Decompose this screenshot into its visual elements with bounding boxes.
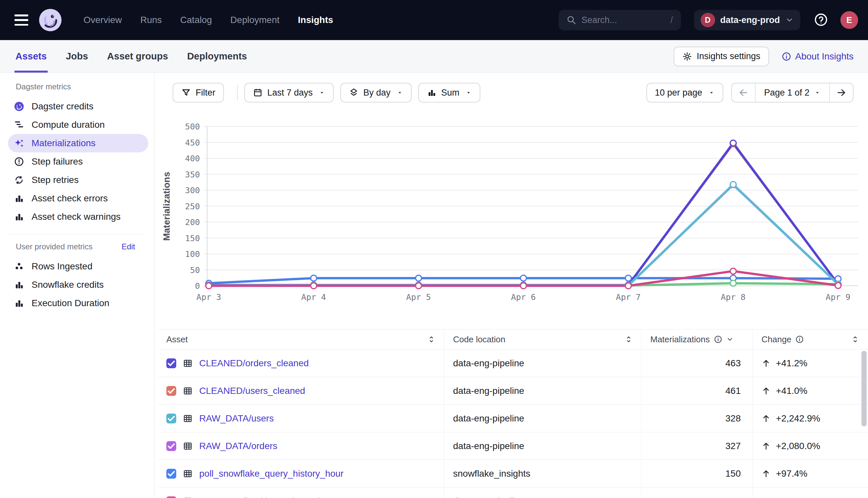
bar-chart-icon [427, 88, 437, 97]
y-tick-label: 250 [185, 202, 200, 211]
nav-item-overview[interactable]: Overview [84, 15, 122, 25]
sidebar-item-label: Compute duration [31, 120, 105, 130]
search-input[interactable]: Search... / [559, 10, 681, 30]
caret-down-icon [465, 89, 472, 96]
sidebar-item-step-retries[interactable]: Step retries [8, 171, 148, 189]
aggregation-button[interactable]: Sum [418, 83, 481, 103]
next-page-button[interactable] [830, 83, 853, 102]
refresh-icon [14, 175, 24, 185]
sort-icon[interactable] [427, 335, 436, 344]
asset-link[interactable]: CLEANED/bookings_cleaned [199, 496, 320, 498]
user-avatar[interactable]: E [840, 11, 858, 29]
asset-link[interactable]: poll_snowflake_query_history_hour [199, 469, 344, 479]
duration-icon [14, 120, 24, 130]
sidebar-item-rows-ingested[interactable]: Rows Ingested [8, 257, 148, 276]
deployment-switcher[interactable]: D data-eng-prod [694, 10, 801, 30]
insights-settings-button[interactable]: Insights settings [674, 47, 769, 66]
table-icon [183, 496, 193, 498]
x-tick-label: Apr 9 [826, 292, 850, 302]
asset-cell: CLEANED/users_cleaned [158, 377, 445, 404]
layers-icon [349, 88, 359, 97]
column-header-materializations[interactable]: Materializations [642, 329, 753, 349]
deployment-badge: D [701, 13, 715, 27]
arrow-up-icon [762, 414, 771, 423]
table-icon [183, 414, 193, 423]
info-icon [714, 335, 722, 344]
about-insights-link[interactable]: About Insights [781, 51, 854, 62]
nav-item-runs[interactable]: Runs [140, 15, 162, 25]
dagster-metrics-title: Dagster metrics [16, 82, 71, 91]
sidebar-item-compute-duration[interactable]: Compute duration [8, 116, 148, 134]
tab-jobs[interactable]: Jobs [65, 40, 89, 73]
asset-column-label: Asset [166, 335, 188, 344]
date-range-button[interactable]: Last 7 days [244, 83, 334, 103]
granularity-button[interactable]: By day [340, 83, 412, 103]
x-tick-label: Apr 3 [196, 292, 221, 302]
column-header-code-location[interactable]: Code location [445, 329, 642, 349]
menu-icon[interactable] [14, 14, 28, 26]
tab-asset-groups[interactable]: Asset groups [106, 40, 169, 73]
line-chart: 050100150200250300350400450500Apr 3Apr 4… [154, 119, 868, 310]
chevron-down-icon[interactable] [726, 336, 733, 343]
about-insights-label: About Insights [795, 51, 854, 62]
row-checkbox[interactable] [166, 441, 176, 451]
prev-page-button[interactable] [732, 83, 755, 102]
materializations-cell: 327 [642, 432, 753, 460]
row-checkbox[interactable] [166, 469, 176, 479]
sidebar-item-asset-check-errors[interactable]: Asset check errors [8, 189, 148, 208]
sidebar-item-materializations[interactable]: Materializations [8, 134, 148, 153]
sort-icon[interactable] [851, 335, 859, 344]
asset-link[interactable]: RAW_DATA/orders [199, 441, 278, 451]
y-tick-label: 150 [185, 234, 200, 243]
row-checkbox[interactable] [166, 358, 176, 368]
nav-item-deployment[interactable]: Deployment [230, 15, 280, 25]
data-point-cleaned-bookings-cleaned [206, 283, 212, 289]
page-select[interactable]: Page 1 of 2 [755, 83, 830, 102]
table-row: poll_snowflake_query_history_hoursnowfla… [158, 460, 868, 487]
table-scrollbar[interactable] [861, 351, 867, 427]
x-tick-label: Apr 4 [301, 292, 326, 302]
series-line-raw-data-orders [209, 185, 838, 286]
sort-icon[interactable] [624, 335, 633, 344]
asset-link[interactable]: CLEANED/orders_cleaned [199, 358, 309, 369]
dagster-logo-icon[interactable] [38, 7, 63, 33]
asset-cell: poll_snowflake_query_history_hour [158, 460, 445, 487]
row-checkbox[interactable] [166, 496, 176, 498]
tab-deployments[interactable]: Deployments [186, 40, 248, 73]
sidebar-item-step-failures[interactable]: Step failures [8, 153, 148, 171]
row-checkbox[interactable] [166, 386, 176, 396]
sidebar-item-label: Snowflake credits [31, 279, 104, 290]
assets-table: Asset Code location Materializations Cha… [158, 329, 868, 498]
data-point-raw-data-users [730, 182, 736, 187]
sidebar-item-label: Asset check errors [31, 193, 108, 204]
help-icon[interactable] [814, 12, 829, 28]
edit-metrics-link[interactable]: Edit [122, 242, 135, 251]
filter-button[interactable]: Filter [173, 83, 224, 103]
asset-cell: CLEANED/bookings_cleaned [158, 487, 445, 498]
top-nav-items: OverviewRunsCatalogDeploymentInsights [84, 15, 333, 25]
asset-cell: CLEANED/orders_cleaned [158, 350, 445, 377]
change-cell: +41.2% [753, 350, 868, 377]
nav-item-catalog[interactable]: Catalog [180, 15, 212, 25]
tab-assets[interactable]: Assets [14, 40, 48, 73]
asset-link[interactable]: RAW_DATA/users [199, 413, 274, 424]
sidebar-item-asset-check-warnings[interactable]: Asset check warnings [8, 208, 148, 226]
materializations-cell: 461 [642, 377, 753, 404]
per-page-button[interactable]: 10 per page [647, 83, 723, 103]
row-checkbox[interactable] [166, 414, 176, 423]
column-header-change[interactable]: Change [753, 329, 868, 349]
sidebar-item-label: Rows Ingested [31, 261, 92, 272]
sidebar-item-snowflake-credits[interactable]: Snowflake credits [8, 276, 148, 294]
sidebar-item-execution-duration[interactable]: Execution Duration [8, 294, 148, 312]
page-label: Page 1 of 2 [764, 88, 809, 98]
arrow-up-icon [762, 359, 771, 368]
asset-link[interactable]: CLEANED/users_cleaned [199, 386, 305, 396]
code-location-cell: data-eng-pipeline [445, 432, 642, 460]
nav-item-insights[interactable]: Insights [298, 15, 333, 25]
data-point-poll-snowflake-query-history-hour [416, 275, 421, 281]
change-value: +2,242.9% [776, 413, 820, 424]
caret-down-icon [814, 89, 821, 96]
column-header-asset[interactable]: Asset [158, 329, 445, 349]
sidebar-item-dagster-credits[interactable]: Dagster credits [8, 97, 148, 116]
data-point-poll-snowflake-query-history-hour [625, 275, 631, 281]
